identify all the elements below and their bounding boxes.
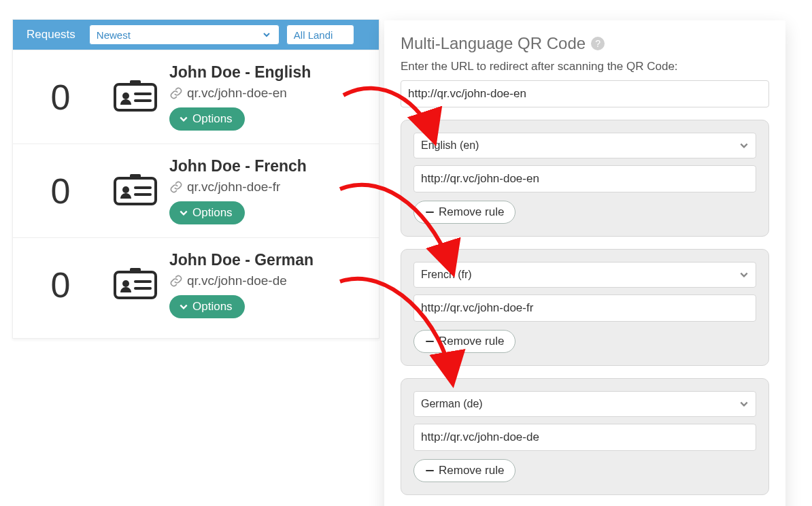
chevron-down-icon bbox=[179, 208, 188, 218]
panel-subtitle: Enter the URL to redirect after scanning… bbox=[401, 60, 769, 73]
id-card-icon bbox=[108, 268, 163, 302]
language-select[interactable]: French (fr) bbox=[413, 262, 756, 288]
svg-rect-5 bbox=[115, 178, 156, 204]
minus-icon bbox=[425, 207, 435, 217]
minus-icon bbox=[425, 466, 435, 475]
remove-rule-label: Remove rule bbox=[439, 335, 504, 348]
chevron-down-icon bbox=[261, 29, 272, 40]
list-item: 0 John Doe - English qr.vc/john-doe-en O… bbox=[13, 50, 379, 144]
filter-bar: Requests Newest All Landi bbox=[13, 20, 379, 50]
svg-point-2 bbox=[122, 92, 129, 99]
multi-language-panel: Multi-Language QR Code ? Enter the URL t… bbox=[384, 20, 785, 506]
filter-select-value: All Landi bbox=[294, 29, 333, 41]
id-card-icon bbox=[108, 80, 163, 114]
options-label: Options bbox=[192, 300, 233, 314]
item-url: qr.vc/john-doe-fr bbox=[169, 180, 307, 195]
chevron-down-icon bbox=[739, 141, 749, 150]
chevron-down-icon bbox=[179, 114, 188, 124]
minus-icon bbox=[425, 337, 435, 346]
filter-select[interactable]: All Landi bbox=[286, 24, 354, 45]
svg-point-7 bbox=[122, 186, 129, 193]
rule-url-input[interactable] bbox=[413, 165, 756, 192]
list-item: 0 John Doe - French qr.vc/john-doe-fr Op… bbox=[13, 144, 379, 237]
svg-rect-1 bbox=[130, 80, 141, 86]
language-select-value: French (fr) bbox=[421, 269, 472, 281]
rule-url-input[interactable] bbox=[413, 294, 756, 322]
default-url-input[interactable] bbox=[401, 80, 769, 107]
language-select-value: German (de) bbox=[421, 398, 483, 410]
request-count: 0 bbox=[13, 77, 108, 118]
link-icon bbox=[169, 180, 183, 194]
link-icon bbox=[169, 274, 183, 288]
sort-select[interactable]: Newest bbox=[89, 24, 280, 45]
rule-block: French (fr) Remove rule bbox=[401, 249, 769, 366]
request-count: 0 bbox=[13, 265, 108, 305]
requests-label: Requests bbox=[20, 28, 82, 41]
options-label: Options bbox=[192, 112, 233, 126]
item-title: John Doe - English bbox=[169, 63, 311, 82]
item-title: John Doe - French bbox=[169, 157, 307, 175]
remove-rule-label: Remove rule bbox=[439, 205, 504, 219]
svg-rect-6 bbox=[130, 174, 141, 180]
svg-rect-0 bbox=[115, 84, 156, 110]
chevron-down-icon bbox=[739, 399, 749, 409]
request-count: 0 bbox=[13, 171, 108, 212]
options-label: Options bbox=[192, 206, 233, 220]
item-url: qr.vc/john-doe-en bbox=[169, 86, 311, 101]
remove-rule-button[interactable]: Remove rule bbox=[413, 201, 515, 224]
options-button[interactable]: Options bbox=[169, 201, 245, 224]
panel-title: Multi-Language QR Code ? bbox=[401, 34, 769, 53]
remove-rule-button[interactable]: Remove rule bbox=[413, 459, 515, 482]
svg-point-12 bbox=[122, 280, 129, 287]
link-icon bbox=[169, 86, 183, 100]
language-select[interactable]: German (de) bbox=[413, 391, 756, 417]
list-item: 0 John Doe - German qr.vc/john-doe-de Op… bbox=[13, 237, 379, 331]
svg-rect-11 bbox=[130, 268, 141, 273]
sort-select-value: Newest bbox=[97, 29, 131, 41]
options-button[interactable]: Options bbox=[169, 107, 245, 131]
language-select-value: English (en) bbox=[421, 139, 479, 152]
landing-pages-panel: Requests Newest All Landi 0 John Doe - E… bbox=[12, 19, 379, 339]
chevron-down-icon bbox=[179, 302, 188, 311]
item-url-text: qr.vc/john-doe-fr bbox=[187, 180, 280, 195]
help-icon[interactable]: ? bbox=[591, 37, 605, 50]
options-button[interactable]: Options bbox=[169, 295, 245, 318]
rule-url-input[interactable] bbox=[413, 424, 756, 451]
item-url-text: qr.vc/john-doe-en bbox=[187, 86, 287, 101]
language-select[interactable]: English (en) bbox=[413, 133, 756, 158]
svg-rect-10 bbox=[115, 272, 156, 298]
remove-rule-button[interactable]: Remove rule bbox=[413, 330, 515, 353]
rule-block: German (de) Remove rule bbox=[401, 378, 769, 495]
item-url-text: qr.vc/john-doe-de bbox=[187, 273, 287, 288]
item-url: qr.vc/john-doe-de bbox=[169, 273, 314, 288]
chevron-down-icon bbox=[739, 270, 749, 280]
rule-block: English (en) Remove rule bbox=[401, 120, 769, 237]
remove-rule-label: Remove rule bbox=[439, 464, 504, 477]
item-title: John Doe - German bbox=[169, 251, 314, 269]
id-card-icon bbox=[108, 174, 163, 208]
panel-title-text: Multi-Language QR Code bbox=[401, 34, 586, 53]
